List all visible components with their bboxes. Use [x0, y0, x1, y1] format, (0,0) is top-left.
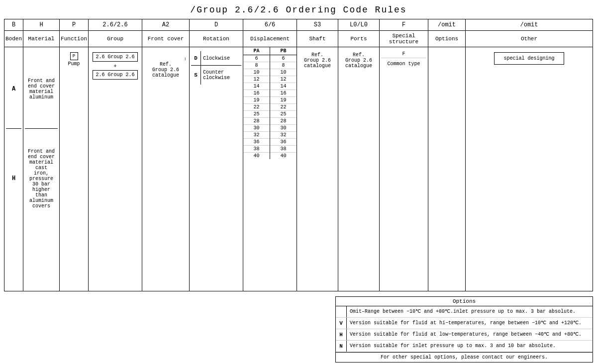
options-row-omit: Omit–Range between −10℃ and +80℃.inlet p… [336, 306, 593, 318]
label-ports: Ports [338, 31, 380, 47]
options-panel-wrapper: Options Omit–Range between −10℃ and +80℃… [335, 292, 593, 363]
rotation-inner: D Clockwise S Counter clockwise [191, 49, 241, 85]
ports-column: Ref. Group 2.6 catalogue [338, 47, 380, 291]
function-label: Pump [68, 61, 80, 67]
displacement-pa-header: PA [243, 47, 270, 55]
label-other: Other [466, 31, 593, 47]
boden-column: A H [4, 47, 23, 291]
function-box: P [70, 52, 78, 60]
options-key-h: H [336, 329, 347, 340]
label-shaft: Shaft [297, 31, 338, 47]
displacement-pb-col: PB 6 8 10 12 14 16 19 22 25 28 30 32 36 [270, 47, 297, 159]
label-special: Special structure [380, 31, 428, 47]
options-text-h: Version suitable for fluid at low−temper… [347, 329, 593, 340]
ports-group: Group 2.6 [340, 58, 378, 63]
labels-row: Boden Material Function Group Front cove… [4, 31, 593, 47]
code-options: /omit [428, 19, 466, 30]
options-key-omit [336, 306, 347, 317]
other-inner: special designing [467, 49, 591, 70]
label-function: Function [60, 31, 89, 47]
rotation-s-val: Counter clockwise [201, 66, 241, 85]
shaft-column: Ref. Group 2.6 catalogue [297, 47, 338, 291]
label-options: Options [428, 31, 466, 47]
other-line: special designing [494, 52, 564, 65]
group-line5: Group 2.6 [108, 72, 135, 78]
special-column: F Common type [380, 47, 428, 291]
code-material: H [23, 19, 60, 30]
rotation-d-key: D [191, 51, 201, 65]
options-footer: For other special options, please contac… [336, 352, 593, 362]
rotation-s-row: S Counter clockwise [191, 66, 241, 85]
displacement-pa-col: PA 6 8 10 12 14 16 19 22 25 28 30 32 36 [243, 47, 270, 159]
options-panel-header: Options [336, 297, 593, 306]
group-box-top: 2.6 Group 2.6 [93, 52, 137, 62]
code-frontcover: A2 [142, 19, 190, 30]
options-row-h: H Version suitable for fluid at low−temp… [336, 329, 593, 341]
code-function: P [60, 19, 89, 30]
frontcover-catalogue: catalogue [152, 73, 179, 78]
special-inner: F Common type [381, 49, 426, 70]
code-ports: L0/L0 [338, 19, 380, 30]
rotation-s-key: S [191, 66, 201, 85]
options-text-n: Version suitable for inlet pressure up t… [347, 341, 593, 352]
label-boden: Boden [4, 31, 23, 47]
group-column: 2.6 Group 2.6 + 2.6 Group 2.6 [89, 47, 142, 291]
ports-catalogue: catalogue [340, 63, 378, 69]
shaft-ref: Ref. [298, 52, 336, 58]
code-shaft: S3 [297, 19, 338, 30]
ordering-table: B H P 2.6/2.6 A2 D 6/6 S3 L0/L0 F /omit … [4, 19, 593, 291]
codes-row: B H P 2.6/2.6 A2 D 6/6 S3 L0/L0 F /omit … [4, 19, 593, 31]
frontcover-inner: ↕ Ref. Group 2.6 catalogue [144, 49, 188, 78]
options-panel: Options Omit–Range between −10℃ and +80℃… [335, 296, 593, 363]
material-h-text: Front and end cover material cast iron, … [25, 129, 58, 228]
frontcover-group: Group 2.6 [152, 67, 179, 73]
function-pump: P Pump [61, 49, 87, 289]
rotation-d-val: Clockwise [201, 51, 241, 65]
shaft-group: Group 2.6 [298, 58, 336, 63]
code-special: F [380, 19, 428, 30]
code-other: /omit [466, 19, 593, 30]
content-row: A H Front and end cover material aluminu… [4, 47, 593, 291]
options-text-v: Version suitable for fluid at hi−tempera… [347, 318, 593, 329]
function-column: P Pump [60, 47, 89, 291]
group-line1: 2.6 [96, 54, 104, 60]
label-displacement: Displacement [243, 31, 297, 47]
options-row-n: N Version suitable for inlet pressure up… [336, 341, 593, 352]
options-text-omit: Omit–Range between −10℃ and +80℃.inlet p… [347, 306, 593, 317]
options-key-v: V [336, 318, 347, 329]
boden-h: H [6, 129, 21, 228]
other-column: special designing [466, 47, 593, 291]
special-top: F [381, 50, 426, 58]
ports-inner: Ref. Group 2.6 catalogue [340, 49, 378, 69]
page-title: /Group 2.6/2.6 Ordering Code Rules [4, 5, 593, 15]
group-line4: 2.6 [96, 72, 104, 78]
material-column: Front and end cover material aluminum Fr… [23, 47, 60, 291]
frontcover-ref: Ref. [160, 62, 172, 67]
options-key-n: N [336, 341, 347, 352]
displacement-pb-header: PB [270, 47, 297, 55]
boden-a: A [6, 49, 21, 129]
code-rotation: D [190, 19, 243, 30]
options-row-v: V Version suitable for fluid at hi−tempe… [336, 318, 593, 329]
material-a-text: Front and end cover material aluminum [25, 49, 58, 129]
group-inner: 2.6 Group 2.6 + 2.6 Group 2.6 [90, 49, 140, 82]
group-box-bottom: 2.6 Group 2.6 [93, 70, 137, 80]
frontcover-arrow: ↕ [144, 57, 188, 62]
bottom-left-spacer [4, 292, 335, 363]
displacement-column: PA 6 8 10 12 14 16 19 22 25 28 30 32 36 [243, 47, 297, 291]
displacement-inner: PA 6 8 10 12 14 16 19 22 25 28 30 32 36 [243, 47, 297, 159]
page: /Group 2.6/2.6 Ordering Code Rules B H P… [0, 0, 597, 364]
code-displacement: 6/6 [243, 19, 297, 30]
frontcover-column: ↕ Ref. Group 2.6 catalogue [142, 47, 190, 291]
label-rotation: Rotation [190, 31, 243, 47]
shaft-catalogue: catalogue [298, 63, 336, 69]
group-plus: + [113, 64, 116, 69]
group-line2: Group 2.6 [108, 54, 135, 60]
special-content: Common type [385, 58, 422, 70]
ports-ref: Ref. [340, 52, 378, 58]
code-group: 2.6/2.6 [89, 19, 142, 30]
rotation-d-row: D Clockwise [191, 51, 241, 66]
rotation-column: D Clockwise S Counter clockwise [190, 47, 243, 291]
shaft-inner: Ref. Group 2.6 catalogue [298, 49, 336, 69]
bottom-area: Options Omit–Range between −10℃ and +80℃… [4, 292, 593, 363]
